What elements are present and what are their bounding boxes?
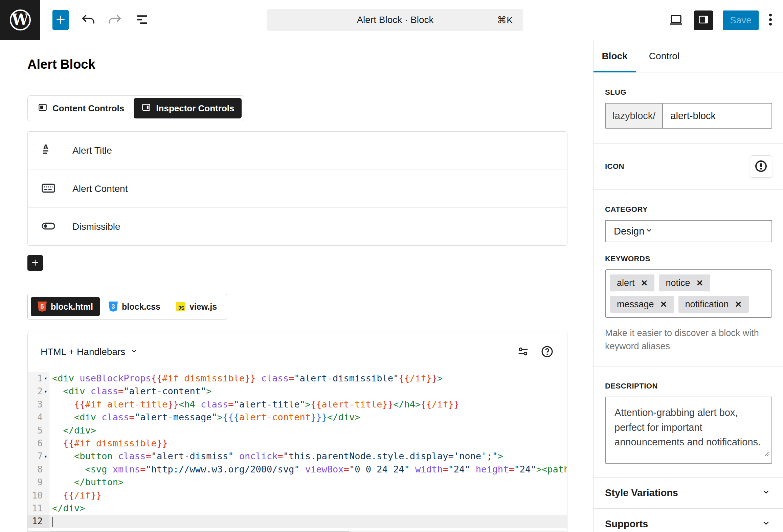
list-view-icon <box>134 12 150 28</box>
remove-keyword-button[interactable]: ✕ <box>660 300 667 309</box>
code-line: 12 <box>28 515 567 528</box>
code-line: 2▾ <div class="alert-content"> <box>28 385 567 398</box>
preview-button[interactable] <box>668 12 684 29</box>
tab-inspector-controls[interactable]: Inspector Controls <box>134 98 242 118</box>
tab-content-controls[interactable]: Content Controls <box>30 98 132 118</box>
line-number: 5 <box>28 424 43 437</box>
undo-button[interactable] <box>80 12 96 28</box>
settings-sidebar-toggle[interactable] <box>694 10 713 30</box>
block-inserter-button[interactable] <box>52 10 69 30</box>
keywords-section: KEYWORDS alert ✕ notice ✕ message ✕ noti… <box>594 242 783 353</box>
slug-input[interactable] <box>663 103 772 129</box>
description-textarea[interactable]: Attention-grabbing alert box, perfect fo… <box>605 397 772 464</box>
code-line: 1▾<div useBlockProps{{#if dismissible}} … <box>28 372 567 385</box>
save-button[interactable]: Save <box>723 10 759 30</box>
remove-keyword-button[interactable]: ✕ <box>696 279 703 287</box>
line-number: 11 <box>28 502 43 515</box>
slug-input-group: lazyblock/ <box>605 103 772 129</box>
file-tab-label: block.html <box>51 302 93 312</box>
panel-label: Style Variations <box>605 487 678 498</box>
line-number: 4 <box>28 411 43 424</box>
undo-icon <box>80 12 96 28</box>
category-value: Design <box>614 226 644 237</box>
kebab-menu-icon <box>768 12 773 28</box>
html5-icon: 5 <box>38 302 47 312</box>
icon-picker-button[interactable] <box>750 155 772 178</box>
category-select[interactable]: Design <box>605 220 772 242</box>
code-line: 11</div> <box>28 502 567 515</box>
line-number: 7 <box>28 450 43 463</box>
file-tab-block-css[interactable]: 3 block.css <box>102 297 167 316</box>
line-number: 8 <box>28 463 43 476</box>
slug-prefix: lazyblock/ <box>605 103 663 129</box>
control-row-alert-content[interactable]: Alert Content <box>28 170 567 207</box>
chevron-down-icon <box>761 517 771 531</box>
fold-arrow-icon[interactable]: ▾ <box>43 454 49 459</box>
horizontal-scrollbar[interactable] <box>49 531 567 532</box>
panel-label: Supports <box>605 518 648 530</box>
tab-block[interactable]: Block <box>594 40 636 72</box>
fold-arrow-icon[interactable]: ▾ <box>43 376 49 381</box>
text-control-icon: A <box>41 142 56 159</box>
text-cursor <box>52 517 53 527</box>
fold-arrow-icon[interactable]: ▾ <box>43 389 49 394</box>
remove-keyword-button[interactable]: ✕ <box>735 300 742 309</box>
slug-label: SLUG <box>605 88 772 97</box>
toggle-control-icon <box>41 218 56 235</box>
svg-text:A: A <box>43 143 48 151</box>
keyword-tag: message ✕ <box>610 296 674 313</box>
editor-help-button[interactable] <box>540 345 554 360</box>
language-label: HTML + Handlebars <box>41 347 125 357</box>
redo-button[interactable] <box>107 12 123 28</box>
keywords-input[interactable]: alert ✕ notice ✕ message ✕ notification … <box>605 269 772 318</box>
controls-list: A Alert Title Alert Content Dismissible <box>27 131 567 246</box>
document-overview-button[interactable] <box>134 12 150 28</box>
style-variations-panel[interactable]: Style Variations <box>594 478 783 508</box>
command-shortcut: ⌘K <box>497 15 513 26</box>
help-icon <box>540 345 554 360</box>
keyword-tag: notification ✕ <box>678 296 749 313</box>
inspector-controls-icon <box>141 102 151 115</box>
remove-keyword-button[interactable]: ✕ <box>641 279 648 287</box>
control-row-dismissible[interactable]: Dismissible <box>28 207 567 245</box>
wordpress-logo[interactable]: W <box>0 0 40 40</box>
file-tab-block-html[interactable]: 5 block.html <box>31 297 100 316</box>
command-palette[interactable]: Alert Block · Block ⌘K <box>267 9 523 31</box>
line-number: 12 <box>28 515 43 528</box>
resize-handle-icon[interactable] <box>762 446 769 461</box>
icon-label: ICON <box>605 162 624 171</box>
code-editor-textarea[interactable]: 1▾<div useBlockProps{{#if dismissible}} … <box>28 372 567 528</box>
block-builder-main: Alert Block Content Controls Inspector C… <box>27 40 567 532</box>
css3-icon: 3 <box>109 302 118 312</box>
chevron-down-icon <box>130 347 138 357</box>
code-line: 3 {{#if alert-title}}<h4 class="alert-ti… <box>28 398 567 411</box>
editor-settings-button[interactable] <box>516 345 530 359</box>
control-row-alert-title[interactable]: A Alert Title <box>28 132 567 170</box>
code-editor-header: HTML + Handlebars <box>28 332 567 372</box>
language-selector[interactable]: HTML + Handlebars <box>41 347 138 357</box>
line-number: 2 <box>28 385 43 398</box>
code-line: 4 <div class="alert-message">{{{alert-co… <box>28 411 567 424</box>
line-number: 10 <box>28 489 43 502</box>
add-control-button[interactable] <box>27 255 43 271</box>
category-section: CATEGORY Design <box>594 190 783 242</box>
plus-icon <box>30 258 40 269</box>
control-label: Alert Title <box>72 145 112 156</box>
tab-label: Inspector Controls <box>156 103 234 114</box>
line-number: 9 <box>28 476 43 489</box>
tab-control[interactable]: Control <box>636 40 693 72</box>
settings-sidebar: Block Control SLUG lazyblock/ ICON CATEG… <box>593 40 783 532</box>
options-menu-button[interactable] <box>768 12 773 28</box>
slug-section: SLUG lazyblock/ <box>594 72 783 143</box>
line-number: 1 <box>28 372 43 385</box>
file-tab-view-js[interactable]: JS view.js <box>169 297 224 316</box>
description-section: DESCRIPTION Attention-grabbing alert box… <box>594 367 783 477</box>
toolbar-right-group: Save <box>668 0 773 40</box>
chevron-down-icon <box>761 486 771 500</box>
code-line: 9 </button> <box>28 476 567 489</box>
alert-circle-icon <box>754 159 768 174</box>
controls-placement-tabs: Content Controls Inspector Controls <box>27 95 244 121</box>
description-label: DESCRIPTION <box>605 382 772 391</box>
description-value: Attention-grabbing alert box, perfect fo… <box>614 407 761 447</box>
supports-panel[interactable]: Supports <box>594 509 783 532</box>
